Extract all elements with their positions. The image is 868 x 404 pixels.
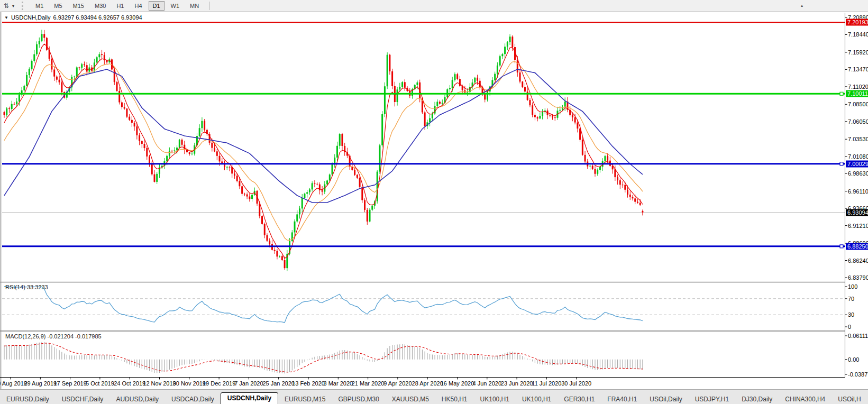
- pivot-high-badge: 7.10011: [846, 90, 868, 97]
- current-price-badge: 6.93094: [846, 209, 868, 216]
- rsi-indicator-label: RSI(14) 33.3233: [5, 284, 48, 290]
- quote-ohlc-values: 6.93297 6.93494 6.92657 6.93094: [53, 14, 142, 21]
- macd-indicator-label: MACD(12,26,9) -0.021204 -0.017985: [5, 333, 102, 339]
- collapse-quote-icon[interactable]: ▼: [4, 15, 8, 20]
- chart-tab-usdcnh-daily[interactable]: USDCNH,Daily: [221, 392, 278, 404]
- price-chart-canvas[interactable]: [0, 0, 868, 404]
- psych-level-badge: 7.00029: [846, 160, 868, 167]
- rsi-value: 33.3233: [27, 284, 48, 290]
- macd-values: -0.021204 -0.017985: [47, 333, 101, 339]
- chart-title: ▼ USDCNH,Daily 6.93297 6.93494 6.92657 6…: [4, 14, 142, 21]
- resistance-badge: 7.20193: [846, 19, 868, 26]
- trading-terminal: ⇅ ▾ M1M5M15M30H1H4D1W1MN ▴ ▼ USDCNH,Dail…: [0, 0, 868, 404]
- support-badge: 6.88250: [846, 243, 868, 250]
- symbol-period-label: USDCNH,Daily: [11, 14, 51, 21]
